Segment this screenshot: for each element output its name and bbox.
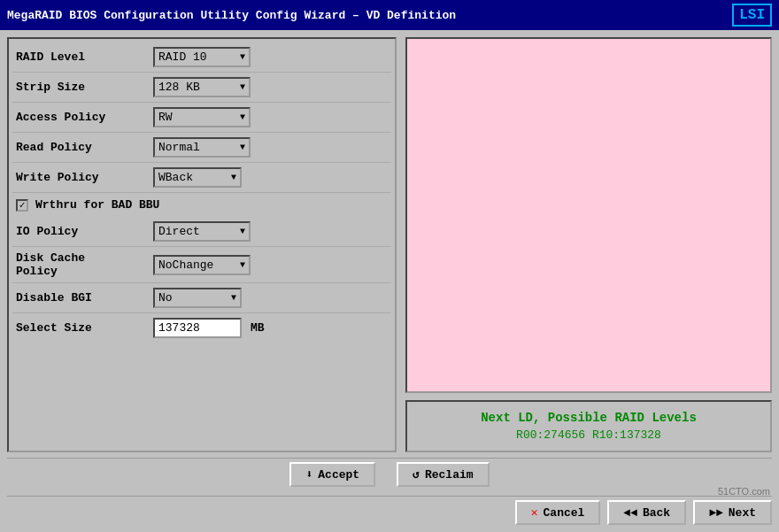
io-policy-arrow: ▼	[240, 227, 245, 236]
strip-size-label: Strip Size	[16, 81, 153, 94]
info-title: Next LD, Possible RAID Levels	[416, 411, 761, 425]
accept-label: Accept	[318, 468, 359, 482]
raid-level-label: RAID Level	[16, 50, 153, 64]
write-policy-row: Write Policy WBack ▼	[12, 163, 391, 193]
disable-bgi-dropdown[interactable]: No ▼	[153, 288, 242, 308]
strip-size-dropdown[interactable]: 128 KB ▼	[153, 77, 251, 97]
preview-box	[405, 37, 772, 393]
right-panel: Next LD, Possible RAID Levels R00:274656…	[405, 37, 772, 452]
checkbox-row: ✓ Wrthru for BAD BBU	[12, 193, 391, 217]
read-policy-label: Read Policy	[16, 141, 153, 154]
lsi-logo: LSI	[732, 4, 772, 27]
watermark: 51CTO.com	[718, 486, 770, 497]
write-policy-arrow: ▼	[231, 173, 236, 182]
accept-button[interactable]: ⬇ Accept	[289, 462, 375, 487]
window-title: MegaRAID BIOS Configuration Utility Conf…	[7, 9, 456, 22]
accept-icon: ⬇	[305, 467, 312, 482]
cancel-icon: ✕	[531, 505, 538, 520]
read-policy-arrow: ▼	[240, 143, 245, 152]
write-policy-label: Write Policy	[16, 171, 153, 184]
disk-cache-value: NoChange	[158, 258, 213, 272]
cancel-button[interactable]: ✕ Cancel	[515, 500, 601, 525]
cancel-label: Cancel	[544, 506, 585, 520]
write-policy-dropdown[interactable]: WBack ▼	[153, 167, 242, 188]
access-policy-arrow: ▼	[240, 112, 245, 122]
back-icon: ◄◄	[623, 506, 637, 520]
write-policy-value: WBack	[158, 171, 193, 184]
reclaim-button[interactable]: ↺ Reclaim	[397, 462, 489, 487]
size-unit: MB	[251, 321, 265, 335]
disk-cache-row: Disk CachePolicy NoChange ▼	[12, 247, 391, 283]
back-label: Back	[643, 506, 670, 520]
access-policy-value: RW	[158, 111, 173, 124]
wrthru-label: Wrthru for BAD BBU	[35, 198, 159, 212]
access-policy-row: Access Policy RW ▼	[12, 103, 391, 133]
disable-bgi-value: No	[158, 291, 173, 305]
disk-cache-dropdown[interactable]: NoChange ▼	[153, 255, 251, 275]
disable-bgi-arrow: ▼	[231, 293, 236, 303]
disk-cache-arrow: ▼	[240, 260, 245, 270]
raid-level-dropdown[interactable]: RAID 10 ▼	[153, 47, 251, 67]
next-icon: ►►	[709, 506, 723, 520]
io-policy-dropdown[interactable]: Direct ▼	[153, 221, 251, 242]
io-policy-label: IO Policy	[16, 225, 153, 238]
raid-level-arrow: ▼	[240, 52, 245, 62]
read-policy-dropdown[interactable]: Normal ▼	[153, 137, 251, 158]
disable-bgi-label: Disable BGI	[16, 291, 153, 305]
read-policy-row: Read Policy Normal ▼	[12, 133, 391, 163]
next-label: Next	[729, 506, 756, 520]
next-button[interactable]: ►► Next	[693, 500, 772, 525]
access-policy-label: Access Policy	[16, 111, 153, 124]
reclaim-icon: ↺	[413, 467, 420, 482]
select-size-row: Select Size MB	[12, 313, 391, 343]
io-policy-row: IO Policy Direct ▼	[12, 217, 391, 247]
read-policy-value: Normal	[158, 141, 200, 154]
access-policy-dropdown[interactable]: RW ▼	[153, 107, 251, 127]
raid-level-row: RAID Level RAID 10 ▼	[12, 42, 391, 73]
strip-size-value: 128 KB	[158, 81, 200, 94]
strip-size-row: Strip Size 128 KB ▼	[12, 73, 391, 103]
strip-size-arrow: ▼	[240, 82, 245, 92]
title-bar: MegaRAID BIOS Configuration Utility Conf…	[0, 0, 779, 30]
info-box: Next LD, Possible RAID Levels R00:274656…	[405, 400, 772, 452]
select-size-input[interactable]	[153, 318, 242, 338]
left-panel: RAID Level RAID 10 ▼ Strip Size 128 KB ▼	[7, 37, 397, 452]
back-button[interactable]: ◄◄ Back	[607, 500, 686, 525]
disk-cache-label: Disk CachePolicy	[16, 251, 153, 278]
raid-level-value: RAID 10	[158, 50, 207, 64]
info-values: R00:274656 R10:137328	[416, 428, 761, 442]
select-size-label: Select Size	[16, 321, 153, 335]
wrthru-checkbox[interactable]: ✓	[16, 199, 28, 212]
reclaim-label: Reclaim	[425, 468, 474, 482]
io-policy-value: Direct	[158, 225, 200, 238]
disable-bgi-row: Disable BGI No ▼	[12, 283, 391, 313]
